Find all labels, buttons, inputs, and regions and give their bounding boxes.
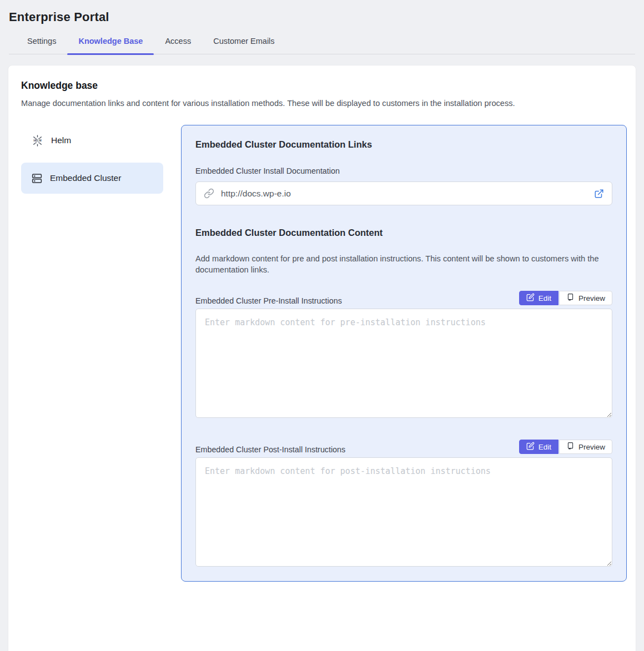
section-title: Knowledge base bbox=[21, 80, 627, 92]
content-row: HELM Helm Embedded Cluster Embedde bbox=[21, 125, 627, 582]
link-icon bbox=[204, 188, 214, 199]
pre-install-editor-toggle: Edit Preview bbox=[519, 291, 612, 305]
post-install-label-row: Embedded Cluster Post-Install Instructio… bbox=[195, 440, 612, 454]
edit-icon bbox=[526, 442, 535, 452]
preview-icon bbox=[566, 442, 575, 452]
post-install-textarea[interactable] bbox=[195, 457, 612, 567]
svg-text:HELM: HELM bbox=[33, 139, 41, 142]
edit-button[interactable]: Edit bbox=[519, 440, 559, 454]
pre-install-textarea[interactable] bbox=[195, 309, 612, 418]
edit-icon bbox=[526, 293, 535, 303]
helm-logo-icon: HELM bbox=[31, 134, 44, 147]
knowledge-base-card: Knowledge base Manage documentation link… bbox=[8, 65, 636, 651]
sidebar-item-label: Helm bbox=[51, 135, 71, 145]
pre-install-label: Embedded Cluster Pre-Install Instruction… bbox=[195, 296, 342, 305]
tab-bar: Settings Knowledge Base Access Customer … bbox=[9, 37, 635, 54]
external-link-icon[interactable] bbox=[594, 189, 604, 199]
preview-button[interactable]: Preview bbox=[559, 291, 612, 305]
doc-content-heading: Embedded Cluster Documentation Content bbox=[195, 228, 612, 238]
section-description: Manage documentation links and content f… bbox=[21, 99, 627, 108]
sidebar-item-embedded-cluster[interactable]: Embedded Cluster bbox=[21, 163, 163, 194]
sidebar-item-helm[interactable]: HELM Helm bbox=[21, 125, 163, 156]
post-install-editor-toggle: Edit Preview bbox=[519, 440, 612, 454]
page-title: Enterprise Portal bbox=[9, 10, 635, 24]
embedded-cluster-panel: Embedded Cluster Documentation Links Emb… bbox=[181, 125, 627, 582]
pre-install-label-row: Embedded Cluster Pre-Install Instruction… bbox=[195, 291, 612, 305]
install-method-nav: HELM Helm Embedded Cluster bbox=[21, 125, 163, 200]
app-header: Enterprise Portal Settings Knowledge Bas… bbox=[0, 0, 644, 54]
preview-button[interactable]: Preview bbox=[559, 440, 612, 454]
preview-icon bbox=[566, 293, 575, 303]
tab-settings[interactable]: Settings bbox=[16, 37, 67, 54]
install-doc-url-input[interactable] bbox=[220, 188, 588, 199]
edit-button[interactable]: Edit bbox=[519, 291, 559, 305]
doc-content-description: Add markdown content for pre and post in… bbox=[195, 253, 612, 275]
install-doc-url-box bbox=[195, 181, 612, 205]
tab-access[interactable]: Access bbox=[154, 37, 202, 54]
doc-links-heading: Embedded Cluster Documentation Links bbox=[195, 139, 612, 150]
sidebar-item-label: Embedded Cluster bbox=[50, 173, 121, 183]
server-stack-icon bbox=[31, 173, 43, 184]
post-install-label: Embedded Cluster Post-Install Instructio… bbox=[195, 445, 345, 454]
tab-customer-emails[interactable]: Customer Emails bbox=[202, 37, 285, 54]
install-doc-label: Embedded Cluster Install Documentation bbox=[195, 166, 612, 175]
tab-knowledge-base[interactable]: Knowledge Base bbox=[67, 37, 154, 54]
